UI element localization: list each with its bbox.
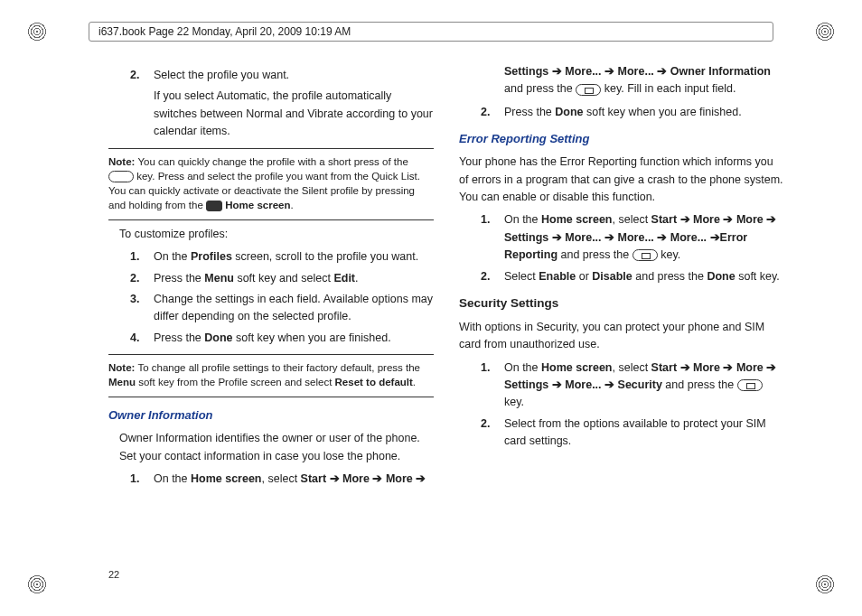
page-number: 22: [108, 569, 119, 580]
step-number: 2.: [481, 415, 495, 451]
home-key-icon: [206, 201, 222, 211]
paragraph: With options in Security, you can protec…: [459, 319, 784, 354]
step-text: On the Profiles screen, scroll to the pr…: [154, 248, 434, 266]
list-item: 3. Change the settings in each field. Av…: [130, 291, 434, 326]
note-label: Note:: [108, 156, 135, 167]
step-number: 2.: [481, 268, 495, 285]
note: Note: You can quickly change the profile…: [108, 154, 434, 212]
step-number: 2.: [130, 67, 145, 84]
home-key-icon: [576, 84, 601, 96]
step-number: 3.: [130, 291, 145, 326]
step-number: 1.: [130, 471, 145, 488]
list-item: 1. On the Profiles screen, scroll to the…: [130, 248, 434, 266]
left-column: 2. Select the profile you want. If you s…: [108, 63, 434, 562]
paragraph: Your phone has the Error Reporting funct…: [459, 154, 784, 206]
note-text: You can quickly change the profile with …: [108, 156, 420, 210]
step-number: 4.: [130, 330, 145, 347]
list-item: 2. Press the Done soft key when you are …: [481, 104, 784, 121]
step-number: 1.: [481, 211, 495, 264]
list-item: 1. On the Home screen, select Start ➔ Mo…: [481, 359, 784, 412]
step-number: 1.: [130, 248, 145, 266]
crop-mark-tr: [815, 22, 835, 42]
divider: [108, 148, 434, 149]
power-key-icon: [108, 171, 134, 182]
print-header-text: i637.book Page 22 Monday, April 20, 2009…: [98, 25, 351, 38]
note-label: Note:: [108, 362, 135, 373]
home-key-icon: [632, 249, 658, 261]
step-text: Press the Done soft key when you are fin…: [504, 104, 784, 121]
step-text: Select the profile you want.: [154, 67, 434, 84]
list-item: 4. Press the Done soft key when you are …: [130, 330, 434, 347]
crop-mark-bl: [27, 574, 47, 594]
step-text: On the Home screen, select Start ➔ More …: [504, 211, 784, 264]
list-item: 1. On the Home screen, select Start ➔ Mo…: [481, 211, 784, 264]
step-text: Select from the options available to pro…: [504, 415, 784, 451]
step-text: On the Home screen, select Start ➔ More …: [154, 471, 434, 488]
right-column: Settings ➔ More... ➔ More... ➔ Owner Inf…: [459, 63, 784, 562]
print-header-bar: i637.book Page 22 Monday, April 20, 2009…: [89, 22, 773, 42]
step-number: 1.: [481, 359, 495, 412]
step-subtext: If you select Automatic, the profile aut…: [154, 88, 434, 140]
step-text: On the Home screen, select Start ➔ More …: [504, 359, 784, 412]
home-key-icon: [737, 379, 763, 391]
list-item: 2. Select Enable or Disable and press th…: [481, 268, 784, 285]
crop-mark-br: [815, 574, 835, 594]
step-text: Change the settings in each field. Avail…: [154, 291, 434, 326]
step-cont: Settings ➔ More... ➔ More... ➔ Owner Inf…: [504, 63, 784, 98]
heading-owner-info: Owner Information: [108, 406, 434, 425]
note: Note: To change all profile settings to …: [108, 360, 434, 389]
heading-error-reporting: Error Reporting Setting: [459, 130, 784, 148]
step-text: Select Enable or Disable and press the D…: [504, 268, 784, 285]
step-number: 2.: [130, 270, 145, 287]
divider: [108, 397, 434, 397]
step-text: Press the Done soft key when you are fin…: [154, 330, 434, 347]
page-content: 2. Select the profile you want. If you s…: [108, 63, 784, 562]
divider: [108, 219, 434, 220]
step-number: 2.: [481, 104, 495, 121]
note-text: To change all profile settings to their …: [108, 362, 420, 387]
crop-mark-tl: [27, 22, 47, 42]
paragraph: Owner Information identifies the owner o…: [119, 430, 434, 465]
step-text: Press the Menu soft key and select Edit.: [154, 270, 434, 287]
list-item: 2. Select the profile you want.: [130, 67, 434, 84]
divider: [108, 354, 434, 355]
list-item: 1. On the Home screen, select Start ➔ Mo…: [130, 471, 434, 488]
heading-security: Security Settings: [459, 294, 784, 313]
list-item: 2. Select from the options available to …: [481, 415, 784, 451]
paragraph: To customize profiles:: [119, 226, 434, 243]
list-item: 2. Press the Menu soft key and select Ed…: [130, 270, 434, 287]
